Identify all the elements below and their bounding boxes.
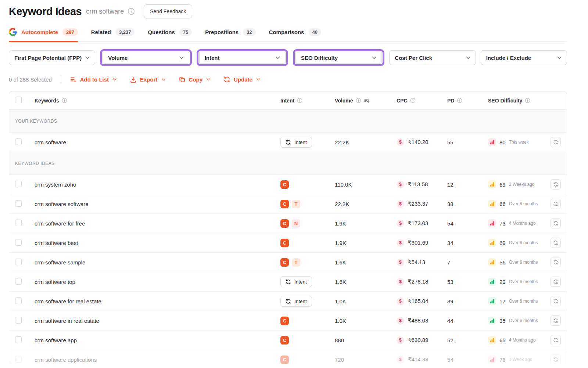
- intent-button-label: Intent: [294, 140, 307, 145]
- refresh-row-button[interactable]: [551, 218, 561, 228]
- filter-intent[interactable]: Intent: [199, 52, 286, 64]
- cpc-value: ₹140.20: [408, 139, 428, 145]
- pd-cell: 7: [441, 259, 481, 266]
- row-checkbox[interactable]: [15, 336, 22, 343]
- filter-first-page-potential[interactable]: First Page Potential (FPP): [9, 50, 95, 65]
- row-checkbox[interactable]: [15, 356, 22, 362]
- intent-button[interactable]: Intent: [280, 137, 312, 148]
- refresh-row-button[interactable]: [551, 257, 561, 267]
- volume-cell: 22.2K: [328, 201, 390, 207]
- tab-autocomplete[interactable]: Autocomplete 287: [9, 24, 78, 42]
- row-checkbox[interactable]: [15, 259, 22, 265]
- sd-value: 66: [499, 201, 506, 207]
- info-icon[interactable]: [62, 98, 67, 103]
- add-to-list-button[interactable]: Add to List: [70, 76, 117, 83]
- export-icon: [130, 76, 137, 83]
- row-checkbox[interactable]: [15, 239, 22, 246]
- cpc-cell: $ ₹488.03: [390, 317, 441, 325]
- refresh-row-button[interactable]: [551, 179, 561, 190]
- export-button[interactable]: Export: [130, 76, 166, 83]
- dollar-icon: $: [397, 259, 404, 266]
- send-feedback-button[interactable]: Send Feedback: [144, 4, 192, 18]
- row-checkbox[interactable]: [15, 181, 22, 187]
- refresh-row-button[interactable]: [551, 296, 561, 306]
- table-row: crm software top Intent 1.6K $ ₹278.18 5…: [9, 272, 567, 292]
- refresh-row-button[interactable]: [551, 238, 561, 248]
- intent-badge-commercial: C: [280, 317, 289, 325]
- row-checkbox[interactable]: [15, 317, 22, 324]
- chevron-down-icon: [465, 55, 471, 61]
- tab-related[interactable]: Related 3,237: [91, 24, 135, 42]
- dollar-icon: $: [397, 138, 404, 146]
- filter-highlight-volume: Volume: [100, 49, 191, 66]
- update-button[interactable]: Update: [223, 76, 261, 83]
- volume-cell: 22.2K: [328, 139, 390, 145]
- volume-cell: 1.9K: [328, 220, 390, 227]
- tab-count-badge: 75: [179, 28, 192, 36]
- keyword-cell: crm software top: [30, 279, 274, 285]
- info-icon[interactable]: [128, 8, 135, 15]
- refresh-row-button[interactable]: [551, 315, 561, 326]
- filter-seo-difficulty[interactable]: SEO Difficulty: [295, 52, 382, 64]
- filter-label: Cost Per Click: [395, 55, 432, 61]
- cpc-value: ₹301.69: [408, 239, 428, 246]
- sort-descending-icon[interactable]: [364, 98, 370, 104]
- intent-badge-commercial: C: [280, 356, 289, 364]
- keyword-cell: crm software for free: [30, 220, 274, 227]
- table-row: crm software software C T 22.2K $ ₹233.3…: [9, 194, 567, 214]
- refresh-row-button[interactable]: [551, 335, 561, 345]
- sd-updated: Over 6 months: [509, 299, 538, 304]
- keyword-cell: crm system zoho: [30, 181, 274, 188]
- cpc-value: ₹165.04: [408, 298, 428, 304]
- row-checkbox[interactable]: [15, 297, 22, 304]
- refresh-row-button[interactable]: [551, 199, 561, 209]
- row-checkbox[interactable]: [15, 138, 22, 145]
- sd-bars-icon: [488, 219, 496, 227]
- pd-cell: 53: [441, 279, 481, 285]
- cpc-value: ₹54.13: [408, 259, 425, 266]
- sd-value: 76: [499, 357, 506, 363]
- select-all-checkbox[interactable]: [15, 97, 22, 103]
- refresh-row-button[interactable]: [551, 354, 561, 364]
- col-volume: Volume: [335, 98, 353, 104]
- cpc-value: ₹414.38: [408, 356, 428, 363]
- table-row: crm software for free C N 1.9K $ ₹173.03…: [9, 214, 567, 233]
- tab-comparisons[interactable]: Comparisons 40: [269, 24, 321, 42]
- pd-cell: 54: [441, 357, 481, 363]
- sd-updated: Over 6 months: [509, 318, 538, 323]
- volume-cell: 1.0K: [328, 298, 390, 304]
- row-checkbox[interactable]: [15, 278, 22, 285]
- table-row: crm software app C 880 $ ₹630.89 52 65 4…: [9, 331, 567, 350]
- refresh-row-button[interactable]: [551, 277, 561, 287]
- info-icon[interactable]: [525, 98, 530, 103]
- col-pd: PD: [447, 98, 454, 104]
- filter-cost-per-click[interactable]: Cost Per Click: [389, 50, 476, 65]
- sd-updated: This week: [509, 140, 529, 145]
- cpc-cell: $ ₹54.13: [390, 259, 441, 266]
- cpc-cell: $ ₹140.20: [390, 138, 441, 146]
- table-row: crm software sample C T 1.6K $ ₹54.13 7 …: [9, 253, 567, 272]
- filter-volume[interactable]: Volume: [103, 52, 189, 64]
- chevron-down-icon: [556, 55, 562, 61]
- info-icon[interactable]: [410, 98, 416, 103]
- tab-questions[interactable]: Questions 75: [148, 24, 192, 42]
- refresh-row-button[interactable]: [551, 137, 561, 147]
- action-label: Export: [140, 76, 158, 83]
- intent-badge-transactional: T: [292, 258, 300, 267]
- row-checkbox[interactable]: [15, 220, 22, 226]
- sd-value: 73: [499, 220, 506, 227]
- copy-button[interactable]: Copy: [179, 76, 211, 83]
- page-title: Keyword Ideas: [9, 6, 82, 18]
- chevron-down-icon: [371, 55, 377, 61]
- info-icon[interactable]: [356, 98, 361, 103]
- volume-cell: 1.0K: [328, 318, 390, 324]
- sd-cell: 69 Over 6 months: [481, 239, 545, 247]
- intent-button[interactable]: Intent: [280, 276, 312, 287]
- info-icon[interactable]: [297, 98, 302, 103]
- intent-button[interactable]: Intent: [280, 296, 312, 307]
- tab-prepositions[interactable]: Prepositions 32: [205, 24, 255, 42]
- info-icon[interactable]: [457, 98, 462, 103]
- filter-include-exclude[interactable]: Include / Exclude: [481, 50, 567, 65]
- row-checkbox[interactable]: [15, 200, 22, 207]
- sd-value: 65: [499, 337, 506, 343]
